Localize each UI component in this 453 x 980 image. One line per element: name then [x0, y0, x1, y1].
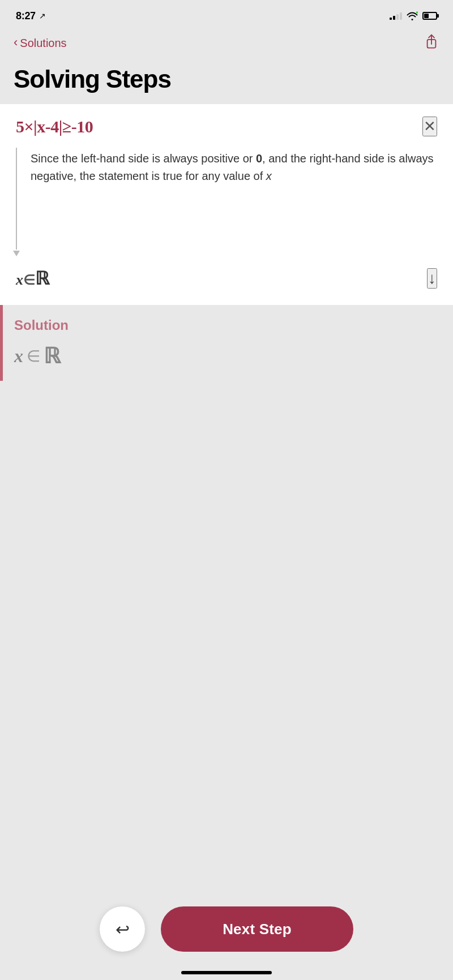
back-button[interactable]: ‹ Solutions [14, 36, 67, 50]
equation-text: 5×|x-4|≥-10 [16, 117, 93, 136]
undo-button[interactable]: ↩ [100, 906, 145, 952]
home-indicator [181, 971, 272, 974]
status-time: 8:27 [16, 10, 36, 22]
svg-point-0 [416, 11, 418, 14]
step-content: Since the left-hand side is always posit… [0, 136, 453, 250]
equation-header: 5×|x-4|≥-10 ✕ [0, 104, 453, 136]
close-button[interactable]: ✕ [422, 117, 437, 136]
result-text: x∈ℝ [16, 268, 48, 289]
status-bar: 8:27 ↗ [0, 0, 453, 29]
solution-R-symbol: ℝ [44, 343, 61, 368]
solving-card: 5×|x-4|≥-10 ✕ Since the left-hand side i… [0, 104, 453, 305]
step-line [16, 148, 17, 250]
battery-icon [422, 12, 437, 20]
location-icon: ↗ [39, 11, 46, 20]
solution-value: x ∈ ℝ [14, 343, 439, 368]
step-explanation: Since the left-hand side is always posit… [31, 148, 437, 250]
share-button[interactable] [424, 34, 439, 52]
undo-icon: ↩ [116, 919, 130, 939]
nav-bar: ‹ Solutions [0, 29, 453, 61]
solution-label: Solution [14, 317, 439, 333]
bottom-actions: ↩ Next Step [0, 906, 453, 952]
solution-x: x [14, 346, 23, 367]
next-step-button[interactable]: Next Step [161, 906, 353, 952]
share-icon [424, 34, 439, 50]
page-title: Solving Steps [14, 66, 439, 93]
status-icons [390, 11, 437, 20]
back-label: Solutions [20, 37, 66, 50]
signal-icon [390, 12, 402, 20]
solution-section: Solution x ∈ ℝ [0, 305, 453, 381]
down-arrow-button[interactable]: ↓ [427, 268, 437, 289]
result-row: x∈ℝ ↓ [0, 250, 453, 305]
content-spacer [0, 381, 453, 618]
solution-element-symbol: ∈ [27, 347, 40, 366]
wifi-icon [407, 11, 418, 20]
back-chevron-icon: ‹ [14, 35, 18, 50]
page-title-section: Solving Steps [0, 61, 453, 104]
